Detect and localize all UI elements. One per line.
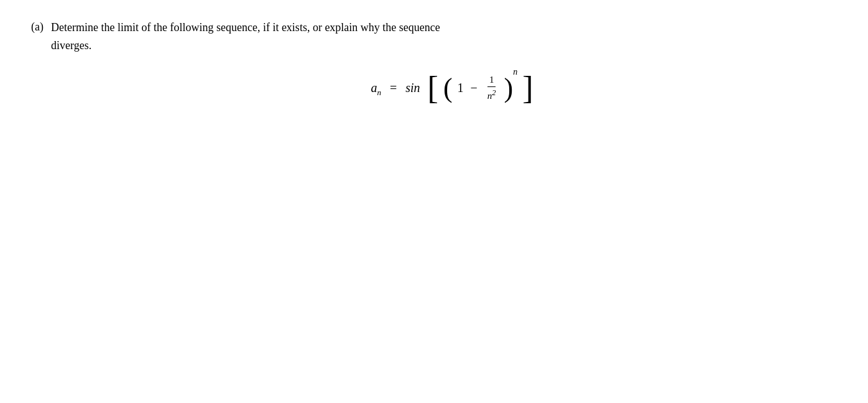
- problem-header: (a) Determine the limit of the following…: [31, 19, 837, 55]
- problem-label: (a): [31, 19, 44, 35]
- outer-bracket-right: ]: [522, 72, 533, 104]
- problem-container: (a) Determine the limit of the following…: [31, 19, 837, 111]
- formula-exponent: n: [513, 67, 517, 77]
- inner-paren-right: ): [504, 75, 514, 102]
- formula-lhs-subscript: n: [377, 88, 381, 97]
- problem-text: Determine the limit of the following seq…: [51, 19, 440, 55]
- problem-text-line2: diverges.: [51, 39, 91, 52]
- formula-one: 1: [458, 81, 464, 95]
- formula-container: an = sin [ ( 1 − 1 n2: [68, 66, 837, 111]
- formula-sin: sin: [405, 81, 420, 95]
- formula-lhs: an: [371, 81, 381, 95]
- formula-equals: =: [390, 81, 397, 95]
- fraction-numerator: 1: [487, 74, 496, 88]
- page: (a) Determine the limit of the following…: [0, 0, 868, 403]
- fraction-denominator: n2: [486, 87, 498, 103]
- inner-paren-left: (: [443, 75, 453, 102]
- outer-bracket-left: [: [428, 72, 438, 104]
- formula: an = sin [ ( 1 − 1 n2: [371, 72, 534, 104]
- paren-exponent-wrapper: ) n: [504, 75, 518, 102]
- problem-text-line1: Determine the limit of the following seq…: [51, 21, 440, 34]
- formula-fraction: 1 n2: [486, 74, 498, 103]
- inner-expression: 1 − 1 n2: [458, 74, 499, 103]
- formula-a: a: [371, 81, 377, 95]
- formula-minus: −: [471, 81, 478, 95]
